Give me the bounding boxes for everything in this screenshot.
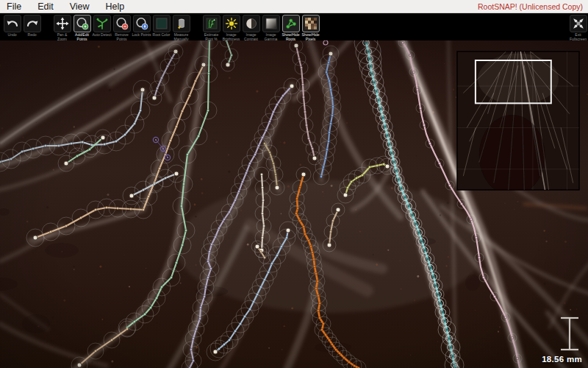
- show-hide-pixels-icon: [302, 15, 320, 32]
- toolbar-button-auto-detect[interactable]: Auto Detect: [92, 15, 112, 41]
- toolbar-button-label: Lock Points: [132, 33, 151, 38]
- image-gamma-icon: [262, 15, 280, 32]
- show-hide-roots-icon: [282, 15, 300, 32]
- menu-view[interactable]: View: [62, 0, 98, 13]
- remove-points-icon: [113, 15, 131, 32]
- toolbar-button-label: Undo: [2, 33, 22, 38]
- image-brightness-icon: [223, 15, 240, 32]
- root-image[interactable]: [0, 40, 588, 368]
- toolbar-button-label: Auto Detect: [92, 33, 112, 38]
- toolbar-button-label: Root Color: [151, 33, 171, 38]
- menu-file[interactable]: File: [0, 0, 29, 13]
- root-image-canvas[interactable]: 18.56 mm: [0, 40, 588, 368]
- toolbar-group: UndoRedo: [2, 15, 42, 38]
- toolbar-button-measure-manually[interactable]: Measure Manually: [171, 15, 191, 41]
- toolbar-button-label: Redo: [22, 33, 42, 38]
- menu-help[interactable]: Help: [98, 0, 133, 13]
- exit-fullscreen-icon: [570, 15, 587, 32]
- toolbar-group: Pan & Zoom Add/Edit PointsAuto Detect Re…: [52, 15, 191, 41]
- toolbar: UndoRedoPan & Zoom Add/Edit PointsAuto D…: [0, 13, 588, 40]
- pan-zoom-icon: [54, 15, 71, 32]
- toolbar-button-estimate-root[interactable]: Estimate Root %: [201, 15, 221, 41]
- redo-icon: [24, 15, 41, 32]
- toolbar-button-undo[interactable]: Undo: [2, 15, 22, 38]
- toolbar-button-add-edit-points[interactable]: Add/Edit Points: [72, 15, 92, 41]
- minimap[interactable]: [457, 52, 579, 196]
- toolbar-button-redo[interactable]: Redo: [22, 15, 42, 38]
- toolbar-button-show-hide-roots[interactable]: Show/Hide Roots: [281, 15, 301, 41]
- measure-manually-icon: [173, 15, 190, 32]
- toolbar-button-remove-points[interactable]: Remove Points: [112, 15, 132, 41]
- rootsnap-window: File Edit View Help RootSNAP! (Unlicense…: [0, 0, 588, 368]
- scale-label: 18.56 mm: [542, 355, 582, 364]
- add-edit-points-icon: [74, 15, 91, 32]
- toolbar-group: Exit Fullscreen: [568, 15, 588, 41]
- toolbar-group: Estimate Root %Image BrightnessImage Con…: [201, 15, 320, 41]
- undo-icon: [4, 15, 21, 32]
- estimate-root-icon: [203, 15, 220, 32]
- root-color-icon: [153, 15, 171, 32]
- auto-detect-icon: [93, 15, 111, 32]
- lock-points-icon: [133, 15, 151, 32]
- menu-edit[interactable]: Edit: [29, 0, 62, 13]
- toolbar-button-image-gamma[interactable]: Image Gamma: [261, 15, 281, 41]
- toolbar-button-root-color[interactable]: Root Color: [151, 15, 171, 41]
- toolbar-button-exit-fullscreen[interactable]: Exit Fullscreen: [568, 15, 588, 41]
- license-text: RootSNAP! (Unlicensed Copy): [478, 2, 588, 11]
- toolbar-button-image-brightness[interactable]: Image Brightness: [221, 15, 241, 41]
- toolbar-button-show-hide-pixels[interactable]: Show/Hide Pixels: [301, 15, 320, 41]
- menu-bar: File Edit View Help RootSNAP! (Unlicense…: [0, 0, 588, 13]
- toolbar-button-lock-points[interactable]: Lock Points: [132, 15, 151, 41]
- toolbar-button-image-contrast[interactable]: Image Contrast: [241, 15, 261, 41]
- toolbar-button-pan-zoom[interactable]: Pan & Zoom: [52, 15, 72, 41]
- image-contrast-icon: [243, 15, 260, 32]
